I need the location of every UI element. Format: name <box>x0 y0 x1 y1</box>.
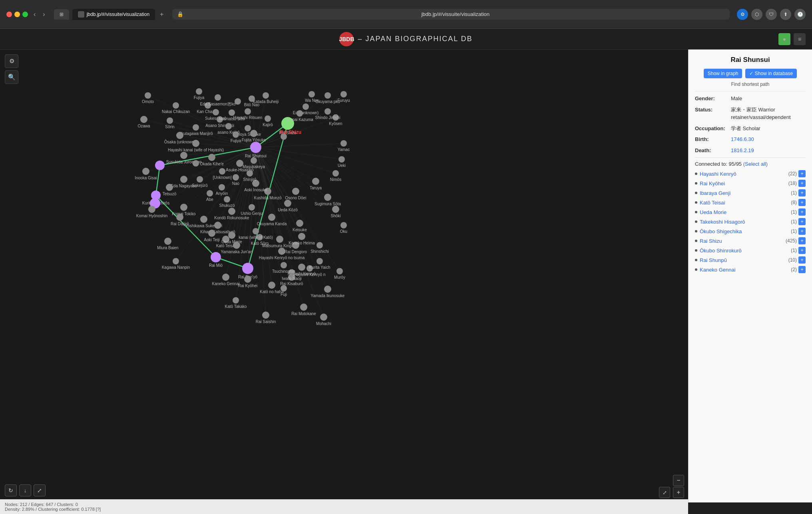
forward-button[interactable]: › <box>41 9 46 20</box>
graph-node-furuy[interactable]: Furuyu <box>340 91 347 97</box>
graph-node-osono-doi[interactable]: Osono Dōei <box>292 188 299 195</box>
graph-node-osaka-unknown[interactable]: Ōsaka (unknown) <box>176 132 183 139</box>
graph-node-naka-chikuzan[interactable]: Nakai Chikuzan <box>173 102 179 109</box>
graph-node-asuke[interactable]: Asuke-Hisaichō <box>236 160 243 167</box>
graph-node-mohachi[interactable]: Mohachi <box>320 314 327 321</box>
graph-node-kato-sorp[interactable]: Katō Sōrp <box>257 234 263 240</box>
graph-node-sorin[interactable]: Sōrin <box>167 117 173 124</box>
connection-name-2[interactable]: Ibaraya Genji <box>700 190 791 196</box>
fullscreen-button[interactable] <box>22 12 28 17</box>
graph-node-yoshikawa-sukemori[interactable]: Yoshikawa Sukemori <box>200 216 207 223</box>
connection-name-3[interactable]: Katō Teisai <box>700 200 791 206</box>
back-button[interactable]: ‹ <box>32 9 37 20</box>
graph-node-rai-kyohei-node[interactable]: Rai Kyōhei <box>244 276 251 283</box>
graph-node-hayashi-ritsuen[interactable]: Hayashi Ritsuen <box>245 108 251 115</box>
graph-node-eda-sasaemon[interactable]: Eda Sasaemon恩ko <box>215 94 221 101</box>
graph-node-komai-tokiko[interactable]: Komai Tokiko <box>180 204 187 211</box>
active-tab[interactable]: jbdb.jp/#/vissuite/visualization <box>72 9 155 20</box>
graph-node-shoki[interactable]: Shōki <box>332 206 339 213</box>
graph-node-anyoin[interactable]: Anyōin <box>219 184 225 191</box>
birth-value[interactable]: 1746.6.30 <box>731 135 754 143</box>
refresh-graph-button[interactable]: ↻ <box>5 484 17 496</box>
graph-node-sugimura-sota[interactable]: Sugimura Sōta <box>324 194 331 201</box>
graph-node-akamatsu[interactable]: Akamatsu Sōsi <box>229 109 235 116</box>
graph-node-okuyama-pku[interactable]: Okuyama pku <box>324 92 331 99</box>
graph-node-kaneko-heima[interactable]: Kaneko Heima <box>298 233 305 240</box>
graph-node-okuyama-kanda[interactable]: Okuyama Kanda <box>268 214 275 221</box>
graph-node-aoki-inosuke[interactable]: Aoki Inosuke <box>252 180 259 187</box>
close-button[interactable] <box>6 12 12 17</box>
graph-node-ushio-genju[interactable]: Ushio Genju <box>249 204 255 210</box>
graph-node-yamanaka-junan[interactable]: Yamanaka Jun'an <box>233 242 240 249</box>
graph-node-n1[interactable] <box>155 161 165 170</box>
show-in-graph-button[interactable]: Show in graph <box>704 69 742 78</box>
connection-expand-button-6[interactable]: + <box>798 228 806 235</box>
graph-node-shindo-jiroshi[interactable]: Shindo Jirōshi <box>324 108 331 115</box>
graph-node-rai-dengoro[interactable]: Rai Dengoro <box>292 242 299 249</box>
connection-expand-button-10[interactable]: + <box>798 266 806 273</box>
graph-node-yamac[interactable]: Yamac <box>340 140 347 147</box>
connection-name-5[interactable]: Takekoshi Hisagorō <box>700 219 791 225</box>
show-in-database-button[interactable]: ✓ Show in database <box>745 69 797 78</box>
select-all-link[interactable]: (Select all) <box>743 161 768 167</box>
find-shortest-path-button[interactable]: Find shortest path <box>695 81 806 87</box>
graph-node-kato-noha[interactable]: Katō no haha <box>268 282 275 289</box>
connection-name-7[interactable]: Rai Shizu <box>700 238 786 244</box>
graph-node-sekejuro[interactable]: Sekejūrō <box>197 176 203 183</box>
graph-node-nimoos[interactable]: Nimōs <box>332 170 339 177</box>
graph-node-hayashi-kanai[interactable]: Hayashi kanai (wife of Hayashi) <box>192 140 199 147</box>
graph-node-kyosen[interactable]: Kyōsen <box>332 114 339 121</box>
graph-node-fuji[interactable]: Fuji <box>281 285 287 292</box>
fullscreen-graph-button[interactable]: ⤢ <box>659 487 670 498</box>
menu-button[interactable]: ≡ <box>794 33 806 45</box>
search-button[interactable]: 🔍 <box>5 70 18 84</box>
connection-expand-button-2[interactable]: + <box>798 189 806 196</box>
connection-name-9[interactable]: Rai Shunpū <box>700 257 788 263</box>
graph-node-oku[interactable]: Oku <box>340 222 347 228</box>
graph-node-ozawa[interactable]: Ozawa <box>140 116 147 123</box>
graph-node-kajiro[interactable]: Kajirō <box>265 115 271 122</box>
connection-name-0[interactable]: Hayashi Kenryō <box>700 171 788 177</box>
connection-expand-button-9[interactable]: + <box>798 256 806 264</box>
zoom-in-button[interactable]: + <box>673 487 684 498</box>
connection-expand-button-1[interactable]: + <box>798 180 806 187</box>
graph-node-kagawa-nanpin[interactable]: Kagawa Nanpin <box>173 258 179 264</box>
graph-node-shinjiro[interactable]: Shinjirō <box>247 170 253 177</box>
graph-node-susukida-juroemon[interactable]: Susukida Jūroemon <box>180 152 187 159</box>
graph-node-rai-shunsui[interactable]: Rai Shunsui <box>250 142 261 153</box>
new-tab-plus[interactable]: + <box>158 9 165 20</box>
graph-node-fujiya-yosuke[interactable]: Fujita Yōsuke <box>250 130 257 137</box>
status-button[interactable]: ● <box>778 33 790 45</box>
zoom-out-button[interactable]: − <box>673 475 684 486</box>
graph-node-shinshichi[interactable]: Shinshichi <box>316 242 323 248</box>
graph-node-inooka-gisai[interactable]: Inooka Gisai <box>142 168 149 175</box>
graph-node-asano[interactable]: Asano Shineakii <box>217 116 223 123</box>
history-button[interactable]: 🕐 <box>794 9 806 20</box>
graph-node-kanai-wife[interactable]: kanai (wife of Katō) <box>253 228 259 234</box>
new-tab-button[interactable]: ⊞ <box>54 9 69 20</box>
graph-node-rai-shizu[interactable]: Rai Shizu <box>281 117 294 130</box>
connection-name-8[interactable]: Ōkubo Shinrokurō <box>700 248 791 254</box>
graph-node-akutagawa-manjiro[interactable]: Akutagawa Manjirō <box>193 124 199 131</box>
graph-node-ueda-morie-node[interactable]: Ueda Morie <box>228 232 235 239</box>
death-value[interactable]: 1816.2.19 <box>731 147 754 155</box>
graph-node-rai-sanyo[interactable]: Rai San'yō <box>242 263 253 274</box>
graph-node-iwato-naoi[interactable]: Iwato Naoji <box>289 269 295 276</box>
connection-name-4[interactable]: Ueda Morie <box>700 209 791 215</box>
graph-node-kato-takako[interactable]: Katō Takako <box>233 297 239 304</box>
graph-node-bito-nao[interactable]: Bitō Nao <box>249 95 255 102</box>
shield-button[interactable]: 🛡 <box>766 9 777 20</box>
connection-name-1[interactable]: Rai Kyōhei <box>700 181 788 187</box>
graph-node-hayashi-kenryo-tsuma[interactable]: Hayashi Kenryō no tsuma <box>278 248 285 255</box>
graph-node-katada-buheiji[interactable]: Katada Buheiji <box>263 92 269 99</box>
graph-node-unknown[interactable]: [Unknown] <box>219 168 225 175</box>
graph-canvas[interactable]: Rai ShunsuiRai ShizuKurita HachirōsRai M… <box>0 50 688 502</box>
graph-node-fujiya2[interactable]: Fujiya <box>233 131 239 138</box>
graph-node-miura-baien[interactable]: Miura Baien <box>164 238 171 245</box>
graph-node-rai-daijiro[interactable]: Rai Daijirō <box>176 214 183 221</box>
graph-node-shukuzo[interactable]: Shukuzō <box>224 196 230 202</box>
graph-node-matsumura-kingoro[interactable]: Matsumura Kingorō <box>276 236 283 243</box>
graph-node-kaneko-gennai-node[interactable]: Kaneko Gennai <box>222 274 229 281</box>
connection-name-10[interactable]: Kaneko Gennai <box>700 267 791 273</box>
graph-node-fujiya[interactable]: Fujiya <box>196 88 202 95</box>
